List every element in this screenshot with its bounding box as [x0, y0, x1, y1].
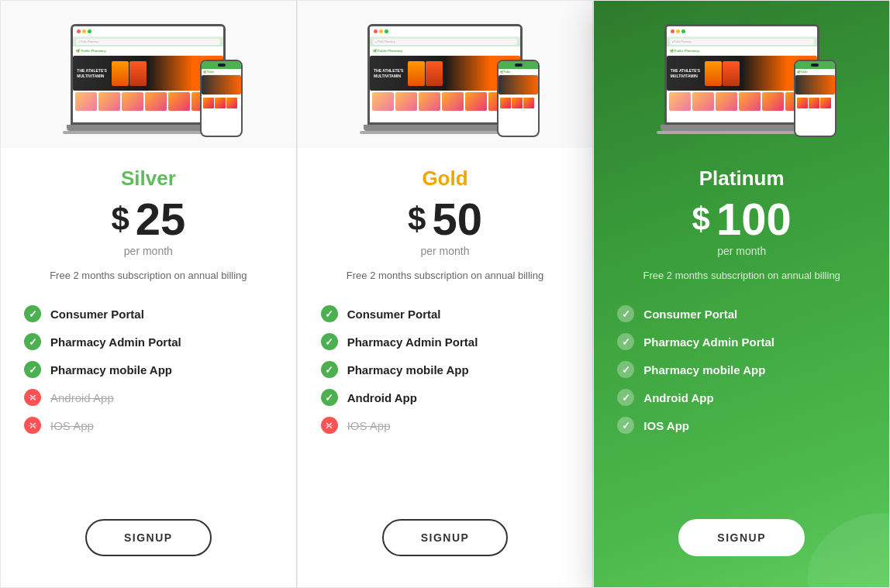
gold-feature-label-1: Pharmacy Admin Portal — [347, 335, 478, 349]
platinum-feature-0: ✓Consumer Portal — [617, 300, 866, 328]
platinum-per-month: per month — [717, 245, 766, 257]
plan-card-silver: ● Public Pharmacy🌿 Public PharmacyTHE AT… — [0, 0, 297, 588]
silver-signup-button[interactable]: SIGNUP — [85, 519, 212, 556]
gold-features-list: ✓Consumer Portal✓Pharmacy Admin Portal✓P… — [298, 300, 593, 504]
platinum-feature-label-3: Android App — [643, 391, 713, 404]
platinum-feature-label-0: Consumer Portal — [643, 308, 737, 321]
platinum-feature-label-1: Pharmacy Admin Portal — [643, 335, 774, 349]
platinum-mockup: ● Public Pharmacy🌿 Public PharmacyTHE AT… — [594, 1, 889, 148]
gold-annual-note: Free 2 months subscription on annual bil… — [331, 270, 559, 281]
check-green-icon: ✓ — [617, 333, 634, 350]
platinum-plan-price: $100 — [692, 197, 792, 242]
gold-feature-label-2: Pharmacy mobile App — [347, 363, 469, 377]
gold-feature-1: ✓Pharmacy Admin Portal — [321, 328, 570, 356]
silver-price-value: 25 — [136, 197, 186, 242]
platinum-plan-name: Platinum — [699, 167, 785, 191]
gold-per-month: per month — [420, 245, 469, 257]
gold-feature-3: ✓Android App — [321, 383, 570, 411]
cross-red-icon: ✕ — [24, 389, 41, 406]
check-green-icon: ✓ — [321, 389, 338, 406]
gold-mockup: ● Public Pharmacy🌿 Public PharmacyTHE AT… — [298, 1, 593, 148]
check-green-icon: ✓ — [617, 361, 634, 378]
check-green-icon: ✓ — [617, 389, 634, 406]
check-green-icon: ✓ — [321, 361, 338, 378]
silver-per-month: per month — [124, 245, 173, 257]
silver-feature-2: ✓Pharmacy mobile App — [24, 356, 273, 383]
svg-point-0 — [796, 494, 889, 587]
gold-plan-price: $50 — [408, 197, 482, 242]
gold-feature-label-3: Android App — [347, 391, 417, 404]
platinum-feature-3: ✓Android App — [617, 383, 866, 411]
silver-feature-label-1: Pharmacy Admin Portal — [50, 335, 181, 349]
gold-price-value: 50 — [432, 197, 482, 242]
platinum-price-symbol: $ — [692, 203, 710, 236]
mobile-mockup: 🌿 Public — [200, 60, 243, 137]
silver-feature-1: ✓Pharmacy Admin Portal — [24, 328, 273, 356]
silver-feature-label-2: Pharmacy mobile App — [50, 363, 172, 377]
gold-feature-label-4: IOS App — [347, 419, 391, 432]
plan-card-gold: ● Public Pharmacy🌿 Public PharmacyTHE AT… — [297, 0, 594, 588]
check-green-icon: ✓ — [24, 333, 41, 350]
platinum-price-value: 100 — [716, 197, 792, 242]
gold-price-symbol: $ — [408, 203, 426, 236]
silver-feature-3: ✕Android App — [24, 383, 273, 411]
platinum-annual-note: Free 2 months subscription on annual bil… — [627, 270, 855, 281]
silver-feature-label-3: Android App — [50, 391, 114, 404]
cross-red-icon: ✕ — [321, 417, 338, 434]
platinum-signup-button[interactable]: SIGNUP — [678, 519, 805, 556]
gold-feature-label-0: Consumer Portal — [347, 308, 441, 321]
gold-feature-2: ✓Pharmacy mobile App — [321, 356, 570, 383]
check-green-icon: ✓ — [24, 305, 41, 322]
silver-feature-label-4: IOS App — [50, 419, 94, 432]
silver-feature-label-0: Consumer Portal — [50, 308, 144, 321]
silver-annual-note: Free 2 months subscription on annual bil… — [34, 270, 262, 281]
silver-features-list: ✓Consumer Portal✓Pharmacy Admin Portal✓P… — [1, 300, 296, 504]
silver-plan-name: Silver — [121, 167, 176, 191]
silver-price-symbol: $ — [111, 203, 129, 236]
check-green-icon: ✓ — [617, 417, 634, 434]
check-green-icon: ✓ — [321, 305, 338, 322]
plan-card-platinum: ● Public Pharmacy🌿 Public PharmacyTHE AT… — [593, 0, 890, 588]
platinum-feature-2: ✓Pharmacy mobile App — [617, 356, 866, 383]
platinum-feature-4: ✓IOS App — [617, 411, 866, 439]
platinum-feature-label-2: Pharmacy mobile App — [643, 363, 765, 377]
check-green-icon: ✓ — [617, 305, 634, 322]
silver-mockup: ● Public Pharmacy🌿 Public PharmacyTHE AT… — [1, 1, 296, 148]
mobile-mockup: 🌿 Public — [794, 60, 837, 137]
leaf-decoration — [796, 494, 889, 587]
pricing-container: ● Public Pharmacy🌿 Public PharmacyTHE AT… — [0, 0, 890, 588]
silver-feature-4: ✕IOS App — [24, 411, 273, 439]
gold-feature-0: ✓Consumer Portal — [321, 300, 570, 328]
mobile-mockup: 🌿 Public — [497, 60, 540, 137]
silver-plan-price: $25 — [111, 197, 185, 242]
platinum-feature-label-4: IOS App — [643, 419, 689, 432]
gold-feature-4: ✕IOS App — [321, 411, 570, 439]
check-green-icon: ✓ — [24, 361, 41, 378]
gold-plan-name: Gold — [422, 167, 467, 191]
cross-red-icon: ✕ — [24, 417, 41, 434]
platinum-feature-1: ✓Pharmacy Admin Portal — [617, 328, 866, 356]
platinum-features-list: ✓Consumer Portal✓Pharmacy Admin Portal✓P… — [594, 300, 889, 504]
gold-signup-button[interactable]: SIGNUP — [382, 519, 509, 556]
silver-feature-0: ✓Consumer Portal — [24, 300, 273, 328]
check-green-icon: ✓ — [321, 333, 338, 350]
